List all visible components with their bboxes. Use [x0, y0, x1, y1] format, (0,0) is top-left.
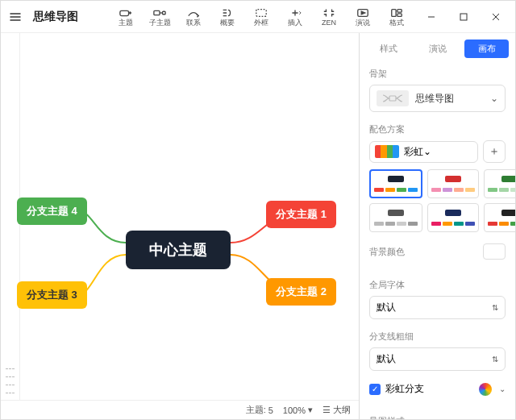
minimize-button[interactable] [415, 5, 447, 29]
rainbow-color-icon[interactable] [479, 383, 492, 396]
mapstyle-label: 导图样式 [369, 415, 506, 419]
maximize-button[interactable] [447, 5, 480, 29]
svg-rect-0 [120, 10, 129, 15]
summary-button[interactable]: 概要 [212, 2, 243, 31]
svg-rect-3 [256, 9, 266, 16]
palette-item[interactable] [427, 169, 479, 198]
skeleton-thumb-icon [377, 90, 409, 106]
branch-width-select[interactable]: 默认⇅ [369, 347, 506, 371]
palette-grid [369, 169, 506, 232]
scheme-select[interactable]: 彩虹 ⌄ [369, 141, 478, 163]
scheme-label: 配色方案 [369, 123, 506, 135]
format-button[interactable]: 格式 [381, 2, 412, 31]
close-button[interactable] [480, 5, 512, 29]
subtopic-button[interactable]: 子主题 [144, 2, 175, 31]
mindmap-canvas[interactable]: 中心主题 分支主题 1 分支主题 2 分支主题 3 分支主题 4 主题:5 10… [1, 33, 359, 419]
insert-button[interactable]: 插入 [280, 2, 310, 31]
svg-rect-6 [397, 9, 402, 12]
svg-rect-5 [392, 9, 396, 16]
svg-rect-8 [460, 14, 467, 20]
main-toolbar: 主题 子主题 联系 概要 外框 插入 ZEN 演说 格式 [110, 2, 412, 31]
tab-present[interactable]: 演说 [415, 40, 460, 58]
svg-rect-1 [154, 10, 160, 15]
chevron-down-icon: ⌄ [423, 146, 431, 157]
branch-topic-4[interactable]: 分支主题 4 [17, 198, 87, 225]
tab-style[interactable]: 样式 [366, 40, 410, 58]
branch-width-label: 分支线粗细 [369, 331, 506, 343]
palette-item[interactable] [484, 169, 515, 198]
app-title: 思维导图 [33, 10, 78, 24]
updown-icon: ⇅ [492, 303, 498, 312]
status-bar: 主题:5 100%▾ ☰大纲 [1, 400, 359, 419]
font-select[interactable]: 默认⇅ [369, 296, 506, 319]
palette-item[interactable] [369, 203, 422, 232]
present-button[interactable]: 演说 [347, 2, 378, 31]
font-label: 全局字体 [369, 279, 506, 291]
branch-topic-2[interactable]: 分支主题 2 [266, 278, 336, 306]
chevron-down-icon: ⌄ [490, 93, 498, 104]
rainbow-label: 彩虹分支 [385, 382, 424, 396]
title-bar: 思维导图 主题 子主题 联系 概要 外框 插入 ZEN 演说 格式 [1, 1, 515, 33]
menu-icon[interactable] [4, 6, 27, 28]
branch-topic-3[interactable]: 分支主题 3 [17, 281, 87, 309]
palette-item[interactable] [369, 169, 422, 198]
zen-button[interactable]: ZEN [314, 2, 344, 31]
central-topic[interactable]: 中心主题 [126, 231, 231, 269]
updown-icon: ⇅ [492, 355, 498, 364]
svg-rect-2 [163, 11, 166, 15]
skeleton-label: 骨架 [369, 68, 506, 80]
rainbow-checkbox[interactable]: ✓ [369, 384, 381, 395]
bg-color-swatch[interactable] [483, 243, 506, 260]
relation-button[interactable]: 联系 [178, 2, 209, 31]
bg-label: 背景颜色 [369, 246, 405, 258]
boundary-button[interactable]: 外框 [246, 2, 277, 31]
chevron-down-icon: ⌄ [499, 385, 506, 393]
branch-topic-1[interactable]: 分支主题 1 [266, 201, 336, 228]
skeleton-select[interactable]: 思维导图 ⌄ [369, 85, 506, 112]
topic-count[interactable]: 主题:5 [246, 404, 273, 416]
side-tabs: 样式 演说 画布 [366, 40, 509, 58]
scheme-add-button[interactable]: ＋ [483, 140, 506, 163]
palette-item[interactable] [427, 203, 479, 232]
side-panel: 样式 演说 画布 骨架 思维导图 ⌄ 配色方案 彩虹 ⌄ ＋ [359, 33, 515, 419]
window-controls [415, 5, 512, 29]
zoom-level[interactable]: 100%▾ [283, 405, 313, 415]
outline-toggle[interactable]: ☰大纲 [322, 404, 351, 416]
topic-button[interactable]: 主题 [110, 2, 141, 31]
palette-item[interactable] [484, 203, 515, 232]
scheme-thumb-icon [375, 145, 399, 158]
tab-canvas[interactable]: 画布 [464, 40, 509, 58]
svg-rect-7 [397, 13, 402, 16]
svg-rect-9 [389, 96, 396, 101]
